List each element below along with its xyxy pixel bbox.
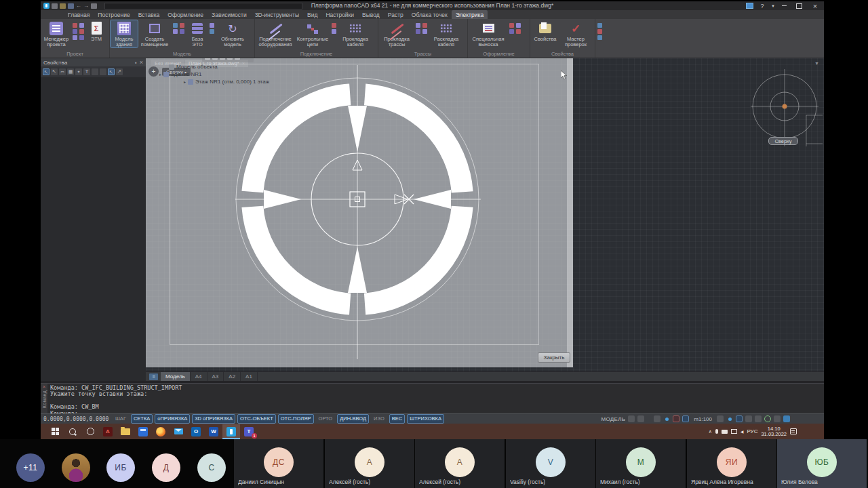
zoom-window-icon[interactable] xyxy=(736,415,743,422)
project-manager-button[interactable]: Менеджер проекта xyxy=(41,20,71,47)
participant-tile[interactable]: V Vasiliy (гость) xyxy=(506,439,595,488)
microphone-icon[interactable] xyxy=(715,429,718,434)
clock[interactable]: 14:10 31.03.2022 xyxy=(761,426,787,437)
tab-oformlenie[interactable]: Оформление xyxy=(163,10,208,19)
participant-tile[interactable]: ЯИ Ярвиц Алёна Игоревна xyxy=(687,439,776,488)
command-close-icon[interactable]: × xyxy=(43,384,45,389)
avatar-ib[interactable]: ИБ xyxy=(106,453,135,482)
minimize-button[interactable] xyxy=(776,1,791,10)
small-tool-icon[interactable] xyxy=(79,23,84,28)
layout-tab-model[interactable]: Модель xyxy=(161,372,191,381)
etm-button[interactable]: ЭТМ xyxy=(86,20,106,42)
properties-button[interactable]: Свойства xyxy=(531,20,559,42)
pan-icon[interactable] xyxy=(717,415,724,422)
crosshair-icon[interactable] xyxy=(755,415,762,422)
small-tool-icon[interactable] xyxy=(597,35,602,40)
tab-vstavka[interactable]: Вставка xyxy=(134,10,164,19)
layout-tab-a2[interactable]: A2 xyxy=(224,372,241,381)
small-tool-icon[interactable] xyxy=(422,29,427,34)
teams-icon[interactable]: T1 xyxy=(240,424,258,439)
help-dropdown-icon[interactable] xyxy=(770,1,776,10)
small-tool-icon[interactable] xyxy=(73,35,77,40)
photo-avatar[interactable] xyxy=(62,453,90,482)
control-circuits-button[interactable]: Контрольные цепи xyxy=(295,20,330,47)
text-select-icon[interactable] xyxy=(83,68,90,75)
file-explorer-icon[interactable] xyxy=(117,424,134,439)
tab-rastr[interactable]: Растр xyxy=(384,10,408,19)
view-tool-icon[interactable] xyxy=(235,58,240,60)
toggle-iso[interactable]: ИЗО xyxy=(371,414,387,424)
quick-search-box[interactable] xyxy=(104,3,302,9)
tool-icon[interactable] xyxy=(92,68,98,75)
toggle-osnap[interactable]: оПРИВЯЗКА xyxy=(155,414,190,424)
toggle-otrack-polar[interactable]: ОТС-ПОЛЯР xyxy=(278,414,314,424)
pointer-icon[interactable] xyxy=(108,68,115,75)
participant-tile[interactable]: А Алексей (гость) xyxy=(325,439,414,488)
special-callout-button[interactable]: Специальная выноска xyxy=(469,20,508,47)
tab-3d-instrumenty[interactable]: 3D-инструменты xyxy=(251,10,303,19)
toggle-lineweight[interactable]: ВЕС xyxy=(389,414,405,424)
units-icon[interactable] xyxy=(682,415,689,422)
small-tool-icon[interactable] xyxy=(416,29,420,34)
small-tool-icon[interactable] xyxy=(210,29,214,34)
selection-box-icon[interactable] xyxy=(745,415,752,422)
cursor-mode-icon[interactable] xyxy=(654,415,660,422)
record-icon[interactable] xyxy=(673,415,679,422)
small-tool-icon[interactable] xyxy=(332,29,336,34)
small-tool-icon[interactable] xyxy=(180,23,184,28)
participant-tile[interactable]: А Алексей (гость) xyxy=(415,439,505,488)
save-icon[interactable] xyxy=(68,3,74,9)
close-button[interactable] xyxy=(806,1,824,10)
layout-tab-a1[interactable]: A1 xyxy=(241,372,258,381)
display-icon[interactable] xyxy=(731,429,737,434)
fullscreen-icon[interactable] xyxy=(783,415,790,422)
zoom-dot-icon[interactable] xyxy=(726,415,733,422)
workspace-icon[interactable] xyxy=(744,1,755,10)
participant-tile-active[interactable]: ЮБ Юлия Белова xyxy=(777,439,867,488)
tab-vid[interactable]: Вид xyxy=(303,10,321,19)
firefox-icon[interactable] xyxy=(152,424,170,439)
undo-icon[interactable] xyxy=(76,3,81,9)
small-tool-icon[interactable] xyxy=(180,29,184,34)
cable-layout-button[interactable]: Раскладка кабеля xyxy=(429,20,463,47)
redo-icon[interactable] xyxy=(83,3,89,9)
small-tool-icon[interactable] xyxy=(422,23,427,28)
outlook-icon[interactable]: O xyxy=(187,424,205,439)
small-tool-icon[interactable] xyxy=(79,29,84,34)
sheet-icon[interactable] xyxy=(637,415,644,422)
pin-icon[interactable]: ▪ xyxy=(135,60,137,66)
equipment-connection-button[interactable]: Подключение оборудования xyxy=(256,20,295,47)
camera-icon[interactable] xyxy=(722,430,728,434)
bulb-icon[interactable] xyxy=(663,415,670,422)
participant-tile[interactable]: ДС Даниил Синицын xyxy=(234,439,323,488)
print-icon[interactable] xyxy=(91,3,97,9)
drawing-canvas[interactable]: Без имени* План 1-го этажа.dwg*× Сверху xyxy=(146,58,824,371)
tab-nastroyki[interactable]: Настройки xyxy=(321,10,358,19)
expand-icon[interactable]: ▸ xyxy=(159,72,161,77)
move-icon[interactable] xyxy=(75,68,82,75)
small-tool-icon[interactable] xyxy=(597,23,602,28)
small-tool-icon[interactable] xyxy=(516,29,521,34)
language-indicator[interactable]: РУС xyxy=(747,429,757,434)
tray-expand-icon[interactable] xyxy=(709,429,712,434)
view-tool-icon[interactable] xyxy=(227,58,233,60)
update-model-button[interactable]: Обновить модель xyxy=(216,20,249,47)
cursor-icon[interactable] xyxy=(51,68,58,75)
toggle-otrack-object[interactable]: ОТС-ОБЪЕКТ xyxy=(237,414,276,424)
volume-icon[interactable] xyxy=(741,429,744,434)
tab-oblaka-tochek[interactable]: Облака точек xyxy=(408,10,452,19)
small-tool-icon[interactable] xyxy=(173,23,178,28)
tree-root-row[interactable]: Модель объекта xyxy=(169,64,218,70)
scroll-down-icon[interactable] xyxy=(814,61,819,66)
tab-zavisimosti[interactable]: Зависимости xyxy=(208,10,251,19)
cable-laying-button[interactable]: Прокладка кабеля xyxy=(338,20,372,47)
small-tool-icon[interactable] xyxy=(79,35,84,40)
participant-tile[interactable]: М Михаил (гость) xyxy=(596,439,686,488)
layout-tab-a3[interactable]: A3 xyxy=(208,372,224,381)
cortana-icon[interactable] xyxy=(81,424,99,439)
open-file-icon[interactable] xyxy=(60,3,66,9)
layout-tab-a4[interactable]: A4 xyxy=(191,372,208,381)
toggle-3d-osnap[interactable]: 3D оПРИВЯЗКА xyxy=(192,414,235,424)
toggle-dyn-input[interactable]: ДИН-ВВОД xyxy=(337,414,369,424)
select-cursor-icon[interactable] xyxy=(43,68,50,75)
